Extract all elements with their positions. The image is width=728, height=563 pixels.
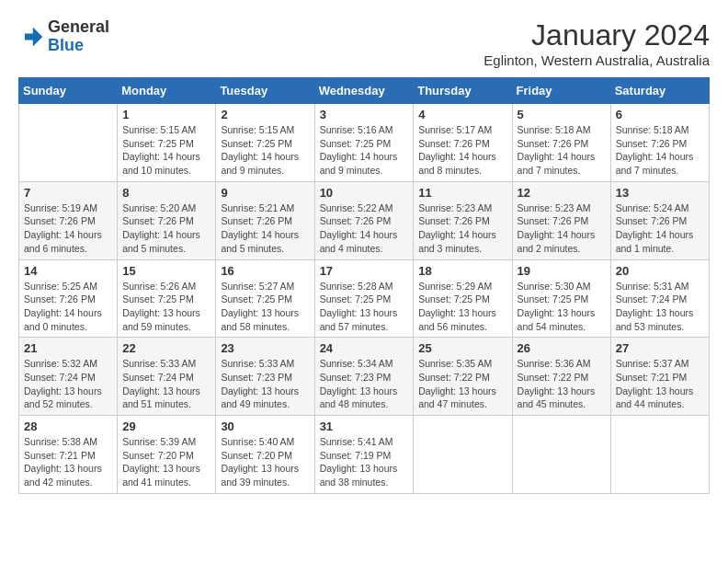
calendar-cell: 24Sunrise: 5:34 AM Sunset: 7:23 PM Dayli…: [314, 338, 414, 416]
day-info: Sunrise: 5:19 AM Sunset: 7:26 PM Dayligh…: [24, 201, 112, 256]
day-info: Sunrise: 5:28 AM Sunset: 7:25 PM Dayligh…: [320, 280, 409, 334]
day-info: Sunrise: 5:41 AM Sunset: 7:19 PM Dayligh…: [320, 435, 409, 489]
logo-general: General: [48, 17, 109, 36]
day-number: 23: [221, 341, 309, 355]
day-number: 15: [122, 264, 210, 278]
day-info: Sunrise: 5:33 AM Sunset: 7:23 PM Dayligh…: [221, 357, 309, 411]
calendar-cell: 4Sunrise: 5:17 AM Sunset: 7:26 PM Daylig…: [414, 104, 512, 182]
day-info: Sunrise: 5:15 AM Sunset: 7:25 PM Dayligh…: [122, 123, 210, 178]
calendar-cell: 30Sunrise: 5:40 AM Sunset: 7:20 PM Dayli…: [216, 416, 314, 494]
day-info: Sunrise: 5:24 AM Sunset: 7:26 PM Dayligh…: [616, 201, 704, 256]
day-number: 28: [24, 419, 112, 433]
day-number: 11: [418, 186, 506, 200]
calendar-cell: [414, 416, 512, 494]
day-info: Sunrise: 5:39 AM Sunset: 7:20 PM Dayligh…: [122, 435, 210, 489]
column-header-saturday: Saturday: [610, 78, 709, 104]
day-number: 13: [616, 186, 704, 200]
column-header-thursday: Thursday: [414, 78, 512, 104]
day-number: 29: [122, 419, 210, 433]
day-number: 22: [122, 341, 210, 355]
day-info: Sunrise: 5:23 AM Sunset: 7:26 PM Dayligh…: [518, 201, 606, 256]
calendar-cell: 6Sunrise: 5:18 AM Sunset: 7:26 PM Daylig…: [610, 104, 709, 182]
day-number: 26: [518, 341, 606, 355]
day-info: Sunrise: 5:40 AM Sunset: 7:20 PM Dayligh…: [221, 435, 309, 489]
day-info: Sunrise: 5:22 AM Sunset: 7:26 PM Dayligh…: [320, 201, 409, 256]
week-row-1: 1Sunrise: 5:15 AM Sunset: 7:25 PM Daylig…: [19, 104, 710, 182]
column-header-wednesday: Wednesday: [314, 78, 414, 104]
calendar-cell: 1Sunrise: 5:15 AM Sunset: 7:25 PM Daylig…: [118, 104, 216, 182]
day-info: Sunrise: 5:32 AM Sunset: 7:24 PM Dayligh…: [24, 357, 112, 411]
day-number: 31: [320, 419, 409, 433]
page-header: General Blue January 2024 Eglinton, West…: [18, 18, 710, 68]
title-block: January 2024 Eglinton, Western Australia…: [483, 18, 710, 68]
week-row-3: 14Sunrise: 5:25 AM Sunset: 7:26 PM Dayli…: [19, 259, 710, 338]
calendar-cell: 25Sunrise: 5:35 AM Sunset: 7:22 PM Dayli…: [414, 338, 512, 416]
calendar-cell: 31Sunrise: 5:41 AM Sunset: 7:19 PM Dayli…: [314, 416, 414, 494]
day-info: Sunrise: 5:38 AM Sunset: 7:21 PM Dayligh…: [24, 435, 112, 489]
day-info: Sunrise: 5:16 AM Sunset: 7:25 PM Dayligh…: [320, 123, 409, 178]
day-info: Sunrise: 5:36 AM Sunset: 7:22 PM Dayligh…: [518, 357, 606, 411]
day-number: 4: [418, 108, 506, 121]
day-info: Sunrise: 5:26 AM Sunset: 7:25 PM Dayligh…: [122, 280, 210, 334]
day-info: Sunrise: 5:33 AM Sunset: 7:24 PM Dayligh…: [122, 357, 210, 411]
month-title: January 2024: [483, 18, 710, 52]
week-row-4: 21Sunrise: 5:32 AM Sunset: 7:24 PM Dayli…: [19, 338, 710, 416]
day-number: 5: [518, 108, 606, 121]
calendar-cell: 22Sunrise: 5:33 AM Sunset: 7:24 PM Dayli…: [118, 338, 216, 416]
calendar-cell: 8Sunrise: 5:20 AM Sunset: 7:26 PM Daylig…: [118, 181, 216, 259]
calendar-cell: 3Sunrise: 5:16 AM Sunset: 7:25 PM Daylig…: [314, 104, 414, 182]
column-header-monday: Monday: [118, 78, 216, 104]
calendar-cell: 2Sunrise: 5:15 AM Sunset: 7:25 PM Daylig…: [216, 104, 314, 182]
calendar-table: SundayMondayTuesdayWednesdayThursdayFrid…: [18, 77, 710, 494]
day-number: 3: [320, 108, 409, 121]
day-number: 21: [24, 341, 112, 355]
logo: General Blue: [18, 18, 109, 55]
location: Eglinton, Western Australia, Australia: [483, 52, 710, 68]
column-header-tuesday: Tuesday: [216, 78, 314, 104]
day-info: Sunrise: 5:34 AM Sunset: 7:23 PM Dayligh…: [320, 357, 409, 411]
calendar-cell: [610, 416, 709, 494]
calendar-cell: 21Sunrise: 5:32 AM Sunset: 7:24 PM Dayli…: [19, 338, 118, 416]
day-number: 24: [320, 341, 409, 355]
day-number: 25: [418, 341, 506, 355]
calendar-cell: [19, 104, 118, 182]
calendar-cell: 29Sunrise: 5:39 AM Sunset: 7:20 PM Dayli…: [118, 416, 216, 494]
day-number: 27: [616, 341, 704, 355]
calendar-cell: 14Sunrise: 5:25 AM Sunset: 7:26 PM Dayli…: [19, 259, 118, 338]
day-number: 9: [221, 186, 309, 200]
calendar-cell: 15Sunrise: 5:26 AM Sunset: 7:25 PM Dayli…: [118, 259, 216, 338]
day-number: 2: [221, 108, 309, 121]
day-info: Sunrise: 5:29 AM Sunset: 7:25 PM Dayligh…: [418, 280, 506, 334]
day-info: Sunrise: 5:20 AM Sunset: 7:26 PM Dayligh…: [122, 201, 210, 256]
week-row-2: 7Sunrise: 5:19 AM Sunset: 7:26 PM Daylig…: [19, 181, 710, 259]
day-number: 30: [221, 419, 309, 433]
calendar-cell: 17Sunrise: 5:28 AM Sunset: 7:25 PM Dayli…: [314, 259, 414, 338]
calendar-cell: [512, 416, 610, 494]
column-header-sunday: Sunday: [19, 78, 118, 104]
day-info: Sunrise: 5:31 AM Sunset: 7:24 PM Dayligh…: [616, 280, 704, 334]
calendar-cell: 9Sunrise: 5:21 AM Sunset: 7:26 PM Daylig…: [216, 181, 314, 259]
day-info: Sunrise: 5:18 AM Sunset: 7:26 PM Dayligh…: [518, 123, 606, 178]
day-number: 19: [518, 264, 606, 278]
calendar-cell: 7Sunrise: 5:19 AM Sunset: 7:26 PM Daylig…: [19, 181, 118, 259]
calendar-cell: 26Sunrise: 5:36 AM Sunset: 7:22 PM Dayli…: [512, 338, 610, 416]
day-number: 16: [221, 264, 309, 278]
calendar-cell: 19Sunrise: 5:30 AM Sunset: 7:25 PM Dayli…: [512, 259, 610, 338]
day-number: 6: [616, 108, 704, 121]
calendar-cell: 18Sunrise: 5:29 AM Sunset: 7:25 PM Dayli…: [414, 259, 512, 338]
day-info: Sunrise: 5:35 AM Sunset: 7:22 PM Dayligh…: [418, 357, 506, 411]
day-number: 8: [122, 186, 210, 200]
day-info: Sunrise: 5:15 AM Sunset: 7:25 PM Dayligh…: [221, 123, 309, 178]
calendar-cell: 13Sunrise: 5:24 AM Sunset: 7:26 PM Dayli…: [610, 181, 709, 259]
day-number: 1: [122, 108, 210, 121]
day-number: 7: [24, 186, 112, 200]
week-row-5: 28Sunrise: 5:38 AM Sunset: 7:21 PM Dayli…: [19, 416, 710, 494]
calendar-cell: 5Sunrise: 5:18 AM Sunset: 7:26 PM Daylig…: [512, 104, 610, 182]
calendar-cell: 12Sunrise: 5:23 AM Sunset: 7:26 PM Dayli…: [512, 181, 610, 259]
day-info: Sunrise: 5:21 AM Sunset: 7:26 PM Dayligh…: [221, 201, 309, 256]
day-number: 18: [418, 264, 506, 278]
logo-text: General Blue: [48, 18, 109, 55]
day-number: 20: [616, 264, 704, 278]
day-info: Sunrise: 5:30 AM Sunset: 7:25 PM Dayligh…: [518, 280, 606, 334]
day-info: Sunrise: 5:37 AM Sunset: 7:21 PM Dayligh…: [616, 357, 704, 411]
